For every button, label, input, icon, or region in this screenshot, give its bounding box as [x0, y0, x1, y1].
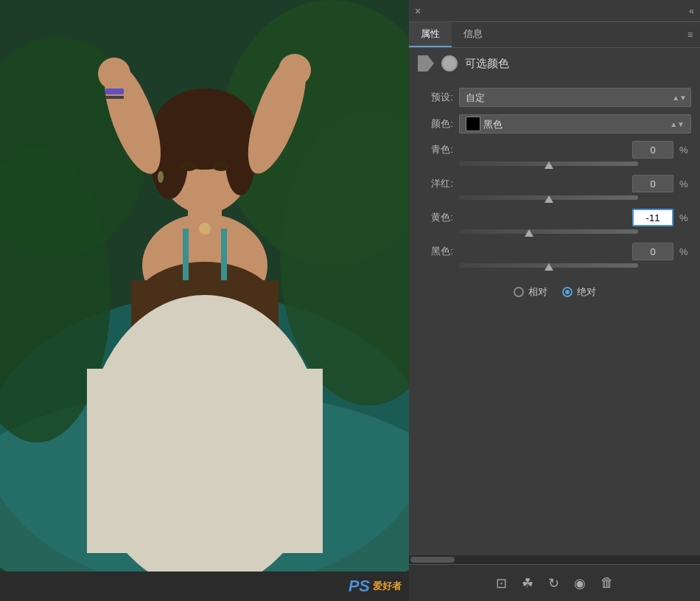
- panel-content: 可选颜色 预设: 自定 ▲▼ 颜色: 黑色: [409, 48, 700, 555]
- color-label: 颜色:: [418, 117, 453, 131]
- svg-point-25: [199, 223, 211, 235]
- footer-icon-reset[interactable]: ↻: [548, 575, 559, 591]
- adjustment-layer-icon: [441, 55, 458, 72]
- watermark-ps: PS: [349, 577, 370, 596]
- watermark-text: 爱好者: [373, 580, 402, 593]
- black-input[interactable]: [632, 243, 673, 260]
- right-panel: × « 属性 信息 ≡ 可选颜色 预设: 自定: [409, 0, 700, 601]
- color-arrow-icon: ▲▼: [670, 120, 685, 128]
- yellow-thumb[interactable]: [525, 229, 533, 237]
- radio-relative[interactable]: 相对: [514, 285, 547, 299]
- radio-relative-label: 相对: [528, 285, 547, 299]
- cyan-input[interactable]: [632, 141, 673, 159]
- magenta-row: 洋红: %: [418, 175, 691, 192]
- footer-icon-visibility[interactable]: ◉: [574, 575, 586, 591]
- magenta-track-container: [418, 195, 691, 200]
- scrollbar-thumb[interactable]: [410, 557, 455, 563]
- footer-icon-adjust[interactable]: ⊡: [496, 575, 507, 591]
- svg-point-28: [158, 171, 164, 183]
- photo-canvas: [0, 0, 409, 572]
- black-label: 黑色:: [418, 245, 453, 258]
- black-thumb[interactable]: [545, 263, 553, 271]
- color-swatch: [466, 117, 480, 131]
- svg-point-26: [180, 161, 197, 171]
- yellow-track-container: [418, 229, 691, 234]
- cyan-row: 青色: %: [418, 141, 691, 159]
- magenta-pct: %: [679, 178, 691, 190]
- svg-rect-22: [87, 369, 323, 553]
- color-select[interactable]: 黑色: [483, 119, 670, 130]
- cyan-pct: %: [679, 145, 691, 156]
- radio-row: 相对 绝对: [418, 277, 691, 305]
- svg-rect-23: [183, 229, 189, 280]
- preset-select-wrapper[interactable]: 自定 ▲▼: [459, 88, 691, 107]
- black-pct: %: [679, 246, 691, 257]
- cyan-thumb[interactable]: [545, 161, 553, 169]
- yellow-input[interactable]: [632, 209, 673, 226]
- black-row: 黑色: %: [418, 243, 691, 260]
- cyan-track[interactable]: [459, 161, 638, 166]
- black-track[interactable]: [459, 263, 638, 268]
- tab-menu-icon[interactable]: ≡: [680, 24, 700, 45]
- adjustment-mask-icon: [418, 55, 434, 72]
- color-row: 颜色: 黑色 ▲▼: [418, 114, 691, 133]
- black-slider-section: 黑色: %: [418, 243, 691, 268]
- panel-title: 可选颜色: [465, 57, 509, 71]
- radio-relative-circle[interactable]: [514, 287, 524, 297]
- preset-select[interactable]: 自定: [459, 88, 691, 107]
- scrollbar[interactable]: [409, 555, 700, 564]
- radio-absolute-circle[interactable]: [562, 287, 573, 297]
- watermark: PS 爱好者: [349, 577, 402, 596]
- cyan-slider-section: 青色: %: [418, 141, 691, 166]
- black-track-container: [418, 263, 691, 268]
- magenta-slider-section: 洋红: %: [418, 175, 691, 200]
- preset-row: 预设: 自定 ▲▼: [418, 88, 691, 107]
- svg-point-27: [212, 161, 230, 171]
- bottom-bar: PS 爱好者: [0, 572, 409, 601]
- magenta-track[interactable]: [459, 195, 638, 200]
- preset-label: 预设:: [418, 91, 453, 104]
- cyan-track-container: [418, 161, 691, 166]
- magenta-input[interactable]: [632, 175, 673, 192]
- tab-info[interactable]: 信息: [452, 22, 494, 47]
- svg-rect-16: [105, 88, 124, 94]
- svg-point-15: [279, 54, 311, 86]
- tab-properties[interactable]: 属性: [409, 22, 452, 47]
- panel-header: 可选颜色: [418, 55, 691, 77]
- yellow-row: 黄色: %: [418, 209, 691, 226]
- footer-icon-delete[interactable]: 🗑: [601, 575, 614, 591]
- radio-absolute[interactable]: 绝对: [562, 285, 596, 299]
- tabs-row: 属性 信息 ≡: [409, 22, 700, 48]
- yellow-label: 黄色:: [418, 211, 453, 224]
- magenta-label: 洋红:: [418, 177, 453, 190]
- yellow-track[interactable]: [459, 229, 638, 234]
- radio-absolute-label: 绝对: [577, 285, 596, 299]
- color-select-wrapper[interactable]: 黑色 ▲▼: [459, 114, 691, 133]
- footer-icon-eye[interactable]: ☘: [522, 575, 533, 591]
- yellow-slider-section: 黄色: %: [418, 209, 691, 234]
- yellow-pct: %: [679, 212, 691, 223]
- svg-point-14: [98, 58, 130, 90]
- panel-footer: ⊡ ☘ ↻ ◉ 🗑: [409, 564, 700, 601]
- magenta-thumb[interactable]: [545, 195, 553, 203]
- collapse-button[interactable]: «: [689, 6, 694, 16]
- close-button[interactable]: ×: [415, 5, 421, 17]
- cyan-label: 青色:: [418, 143, 453, 156]
- svg-rect-24: [221, 229, 227, 280]
- svg-rect-17: [105, 96, 124, 99]
- panel-topbar: × «: [409, 0, 700, 22]
